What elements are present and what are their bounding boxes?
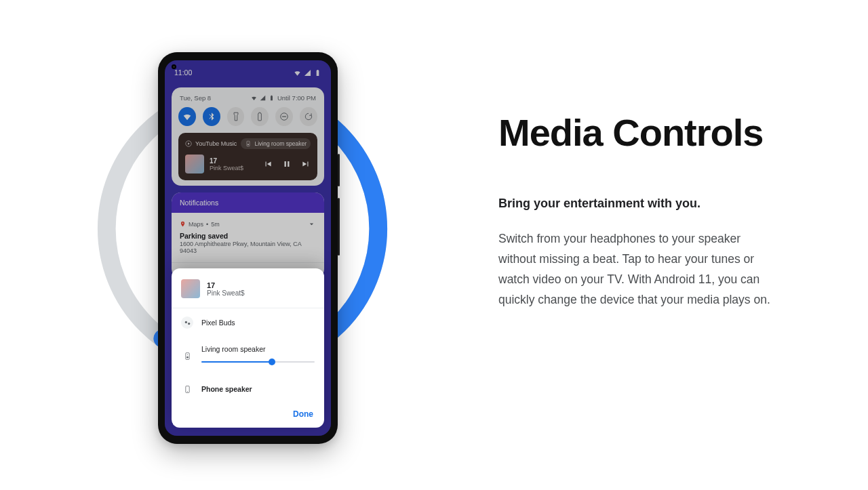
qs-tile-wifi[interactable]	[178, 107, 196, 126]
notifications-panel: Notifications Maps • 5m Parking saved 16…	[172, 192, 324, 279]
quick-settings: Tue, Sep 8 Until 7:00 PM YouTube Music	[172, 87, 324, 186]
buds-icon	[181, 317, 193, 329]
notification-title: Parking saved	[180, 232, 316, 240]
svg-point-6	[248, 144, 249, 145]
svg-point-8	[182, 223, 184, 224]
pause-icon[interactable]	[282, 159, 292, 169]
front-camera	[172, 64, 176, 69]
speaker-icon	[181, 350, 193, 362]
signal-icon	[260, 95, 266, 101]
svg-rect-5	[247, 141, 250, 146]
dnd-icon	[279, 112, 289, 121]
output-device[interactable]: Phone speaker	[172, 375, 324, 403]
output-switcher-sheet: 17 Pink Sweat$ Pixel BudsLiving room spe…	[172, 268, 324, 428]
phone-screen: 11:00 Tue, Sep 8 Until 7:00 PM	[165, 60, 331, 436]
feature-copy: Media Controls Bring your entertainment …	[498, 112, 783, 310]
qs-tile-rotate[interactable]	[300, 107, 317, 126]
track-title: 17	[210, 157, 263, 165]
done-button[interactable]: Done	[293, 409, 313, 419]
notification-age: 5m	[211, 221, 220, 228]
maps-pin-icon	[180, 221, 186, 227]
power-button	[338, 154, 340, 186]
volume-button	[338, 198, 340, 256]
notification-item[interactable]: Maps • 5m Parking saved 1600 Amphitheatr…	[172, 213, 324, 263]
battery-icon	[255, 112, 264, 121]
battery-icon	[314, 69, 321, 77]
svg-rect-11	[185, 352, 189, 359]
qs-tile-battery[interactable]	[251, 107, 269, 126]
qs-tile-dnd[interactable]	[275, 107, 293, 126]
speaker-icon	[245, 140, 252, 147]
status-bar: 11:00	[165, 60, 331, 82]
media-card[interactable]: YouTube Music Living room speaker 17 Pin…	[178, 133, 317, 180]
wifi-icon	[251, 95, 257, 101]
sheet-track-artist: Pink Sweat$	[207, 289, 245, 297]
qs-tile-bluetooth[interactable]	[203, 107, 220, 126]
qs-tiles	[178, 107, 317, 126]
previous-icon[interactable]	[263, 159, 273, 169]
svg-point-7	[248, 142, 249, 143]
next-icon[interactable]	[301, 159, 311, 169]
rotate-icon	[304, 112, 313, 121]
device-label: Phone speaker	[201, 385, 315, 393]
sheet-track-title: 17	[207, 281, 245, 289]
track-artist: Pink Sweat$	[210, 165, 263, 171]
feature-section: 11:00 Tue, Sep 8 Until 7:00 PM	[0, 0, 868, 490]
chevron-down-icon[interactable]	[307, 220, 316, 228]
svg-point-10	[188, 322, 190, 324]
qs-header: Tue, Sep 8 Until 7:00 PM	[180, 94, 316, 102]
album-art	[185, 155, 204, 173]
svg-rect-3	[282, 116, 286, 117]
status-icons	[294, 69, 321, 77]
notifications-header: Notifications	[172, 192, 324, 213]
status-time: 11:00	[174, 68, 192, 77]
wifi-icon	[182, 112, 192, 121]
body-text: Switch from your headphones to your spea…	[498, 228, 773, 310]
svg-point-9	[184, 321, 186, 323]
svg-point-15	[186, 391, 187, 392]
svg-point-13	[186, 354, 187, 354]
flashlight-icon	[231, 112, 241, 121]
svg-point-12	[186, 356, 189, 358]
notification-subtitle: 1600 Amphitheatre Pkwy, Mountain View, C…	[180, 241, 316, 254]
headline: Media Controls	[498, 112, 783, 155]
qs-tile-flashlight[interactable]	[227, 107, 245, 126]
device-label: Pixel Buds	[201, 319, 315, 327]
sheet-now-playing: 17 Pink Sweat$	[172, 277, 324, 308]
output-device[interactable]: Living room speaker	[172, 337, 324, 375]
phone-frame: 11:00 Tue, Sep 8 Until 7:00 PM	[158, 52, 338, 444]
qs-alarm: Until 7:00 PM	[277, 94, 316, 102]
subheadline: Bring your entertainment with you.	[498, 197, 783, 211]
phone-icon	[181, 383, 193, 395]
output-device[interactable]: Pixel Buds	[172, 308, 324, 337]
qs-date: Tue, Sep 8	[180, 94, 211, 102]
album-art	[181, 279, 200, 298]
notification-app: Maps	[189, 221, 203, 228]
play-circle-icon	[185, 140, 192, 147]
device-label: Living room speaker	[201, 345, 315, 353]
bluetooth-icon	[207, 112, 216, 121]
battery-icon	[269, 95, 275, 101]
media-output: Living room speaker	[254, 140, 307, 147]
media-source: YouTube Music	[195, 140, 237, 147]
signal-icon	[304, 69, 311, 77]
volume-slider[interactable]	[201, 357, 315, 367]
wifi-icon	[294, 69, 301, 77]
media-output-chip[interactable]: Living room speaker	[241, 138, 311, 149]
